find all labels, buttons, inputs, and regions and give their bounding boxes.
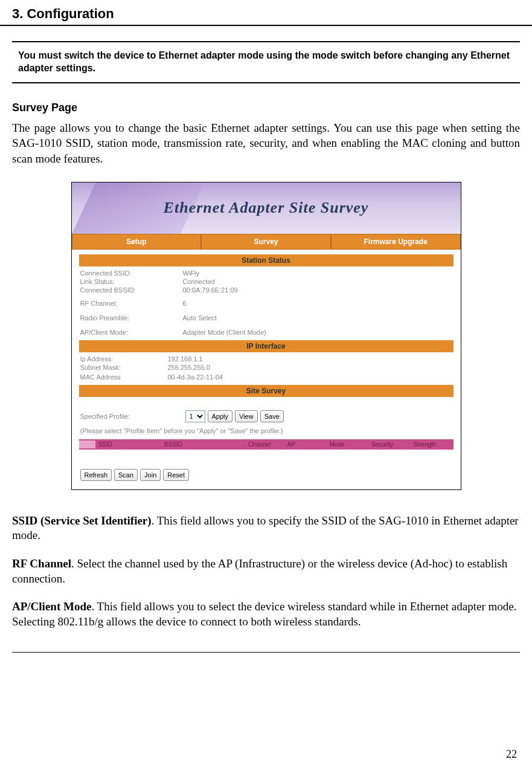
page-number: 22 <box>506 748 517 761</box>
col-bssid: BSSID <box>162 440 246 448</box>
app-banner: Ethernet Adapter Site Survey <box>72 182 461 234</box>
col-mode: Mode <box>327 440 370 448</box>
save-button[interactable]: Save <box>260 410 284 422</box>
row-mac: MAC Address00-4d-3a-22-11-04 <box>75 372 457 382</box>
label: AP/Client Mode: <box>80 329 183 336</box>
col-checkbox <box>79 440 96 448</box>
reset-button[interactable]: Reset <box>163 469 189 481</box>
profile-select[interactable]: 1 <box>185 410 205 422</box>
label: Subnet Mask: <box>80 364 168 371</box>
refresh-button[interactable]: Refresh <box>80 469 112 481</box>
value: Auto Select <box>183 314 452 321</box>
col-security: Security <box>369 440 411 448</box>
tab-firmware[interactable]: Firmware Upgrade <box>331 234 461 249</box>
join-button[interactable]: Join <box>140 469 161 481</box>
row-bssid: Connected BSSID:00:0A:79:6E:21:09 <box>75 286 457 294</box>
value: 00:0A:79:6E:21:09 <box>183 286 452 294</box>
chapter-title: 3. Configuration <box>12 6 520 22</box>
row-rfchannel: RF Channel:6 <box>75 298 457 309</box>
value: 255.255.255.0 <box>168 364 452 371</box>
footer-rule <box>12 652 520 653</box>
screenshot-wrap: Ethernet Adapter Site Survey Setup Surve… <box>12 182 520 492</box>
label: RF Channel: <box>80 300 183 307</box>
label: Ip Address: <box>80 355 168 363</box>
notice-text: You must switch the device to Ethernet a… <box>18 50 514 75</box>
content: Survey Page The page allows you to chang… <box>0 92 532 652</box>
term: SSID (Service Set Identifier) <box>12 514 152 527</box>
value: 00-4d-3a-22-11-04 <box>168 373 452 381</box>
profile-label: Specified Profile: <box>80 413 183 420</box>
label: Link Status: <box>80 278 183 285</box>
col-ssid: SSID <box>95 440 161 448</box>
section-station-status: Station Status <box>79 254 453 266</box>
def-apclient: AP/Client Mode. This field allows you to… <box>12 599 520 629</box>
label: MAC Address <box>80 373 168 381</box>
scan-button[interactable]: Scan <box>114 469 138 481</box>
section-ip-interface: IP Interface <box>79 340 453 352</box>
page-header: 3. Configuration <box>0 0 532 26</box>
tab-setup[interactable]: Setup <box>72 234 202 249</box>
profile-note: (Please select "Profile Item" before you… <box>75 426 457 439</box>
col-strength: Strength <box>411 440 453 448</box>
survey-table-empty <box>75 450 457 466</box>
survey-table-header: SSID BSSID Channel AP Mode Security Stre… <box>79 439 453 450</box>
label: Connected SSID: <box>80 269 183 277</box>
value: Adapter Mode (Client Mode) <box>183 329 452 336</box>
value: WiFly <box>183 269 452 277</box>
profile-row: Specified Profile: 1 Apply View Save <box>75 407 457 426</box>
term: AP/Client Mode <box>12 600 91 613</box>
value: Connected <box>183 278 452 285</box>
survey-buttons: Refresh Scan Join Reset <box>75 466 457 487</box>
tab-survey[interactable]: Survey <box>201 234 331 249</box>
section-title: Survey Page <box>12 102 520 114</box>
value: 192.168.1.1 <box>168 355 452 363</box>
tab-bar: Setup Survey Firmware Upgrade <box>72 234 461 250</box>
definitions: SSID (Service Set Identifier). This fiel… <box>12 514 520 630</box>
row-preamble: Radio Preamble:Auto Select <box>75 312 457 323</box>
section-intro: The page allows you to change the basic … <box>12 120 520 167</box>
def-rfchannel: RF Channel. Select the channel used by t… <box>12 557 520 586</box>
col-ap: AP <box>285 440 327 448</box>
apply-button[interactable]: Apply <box>208 410 233 422</box>
view-button[interactable]: View <box>235 410 258 422</box>
row-apclient: AP/Client Mode:Adapter Mode (Client Mode… <box>75 327 457 338</box>
section-site-survey: Site Survey <box>79 385 453 397</box>
row-subnet: Subnet Mask:255.255.255.0 <box>75 363 457 372</box>
label: Radio Preamble: <box>80 314 183 321</box>
row-ssid: Connected SSID:WiFly <box>75 269 457 277</box>
def-ssid: SSID (Service Set Identifier). This fiel… <box>12 514 520 543</box>
app-body: Station Status Connected SSID:WiFly Link… <box>72 250 461 489</box>
col-channel: Channel <box>246 440 285 448</box>
label: Connected BSSID: <box>80 286 183 294</box>
desc: . Select the channel used by the AP (Inf… <box>12 557 507 585</box>
value: 6 <box>183 300 452 307</box>
app-title: Ethernet Adapter Site Survey <box>164 199 369 217</box>
row-linkstatus: Link Status:Connected <box>75 277 457 286</box>
row-ip: Ip Address:192.168.1.1 <box>75 355 457 363</box>
term: RF Channel <box>12 557 71 570</box>
screenshot: Ethernet Adapter Site Survey Setup Surve… <box>71 182 461 490</box>
notice-box: You must switch the device to Ethernet a… <box>12 41 520 83</box>
